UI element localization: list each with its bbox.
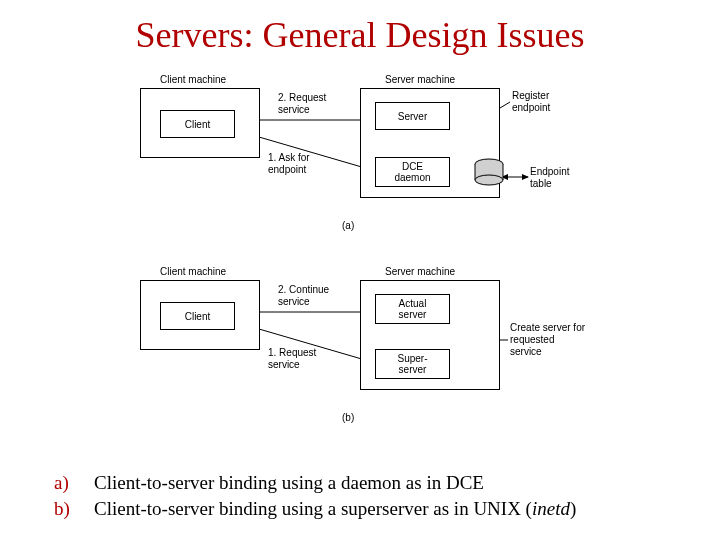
b-continue-service-label: 2. Continue service: [278, 284, 329, 308]
page-title: Servers: General Design Issues: [0, 0, 720, 56]
svg-point-16: [475, 175, 503, 185]
a-server-text: Server: [398, 111, 427, 122]
b-client-text: Client: [185, 311, 211, 322]
b-server-machine-label: Server machine: [385, 266, 455, 278]
a-request-service-label: 2. Request service: [278, 92, 326, 116]
a-figure-label: (a): [342, 220, 354, 231]
caption-block: a) Client-to-server binding using a daem…: [54, 470, 694, 521]
b-create-server-label: Create server for requested service: [510, 322, 585, 358]
b-super-server-box: Super- server: [375, 349, 450, 379]
a-endpoint-table-label: Endpoint table: [530, 166, 569, 190]
b-client-box: Client: [160, 302, 235, 330]
diagram: Client machine Server machine Client Ser…: [130, 72, 600, 452]
a-server-machine-label: Server machine: [385, 74, 455, 86]
caption-row-a: a) Client-to-server binding using a daem…: [54, 470, 694, 496]
a-dce-daemon-text: DCE daemon: [394, 161, 430, 183]
endpoint-table-icon: [472, 158, 506, 188]
caption-a-text: Client-to-server binding using a daemon …: [94, 470, 484, 496]
caption-a-letter: a): [54, 470, 76, 496]
b-super-server-text: Super- server: [397, 353, 427, 375]
caption-row-b: b) Client-to-server binding using a supe…: [54, 496, 694, 522]
a-dce-daemon-box: DCE daemon: [375, 157, 450, 187]
a-client-machine-label: Client machine: [160, 74, 226, 86]
caption-b-text: Client-to-server binding using a superse…: [94, 496, 576, 522]
a-client-text: Client: [185, 119, 211, 130]
a-client-box: Client: [160, 110, 235, 138]
caption-b-letter: b): [54, 496, 76, 522]
b-request-service-label: 1. Request service: [268, 347, 316, 371]
b-client-machine-label: Client machine: [160, 266, 226, 278]
a-ask-endpoint-label: 1. Ask for endpoint: [268, 152, 310, 176]
b-actual-server-text: Actual server: [399, 298, 427, 320]
b-actual-server-box: Actual server: [375, 294, 450, 324]
a-server-box: Server: [375, 102, 450, 130]
a-register-endpoint-label: Register endpoint: [512, 90, 550, 114]
b-figure-label: (b): [342, 412, 354, 423]
